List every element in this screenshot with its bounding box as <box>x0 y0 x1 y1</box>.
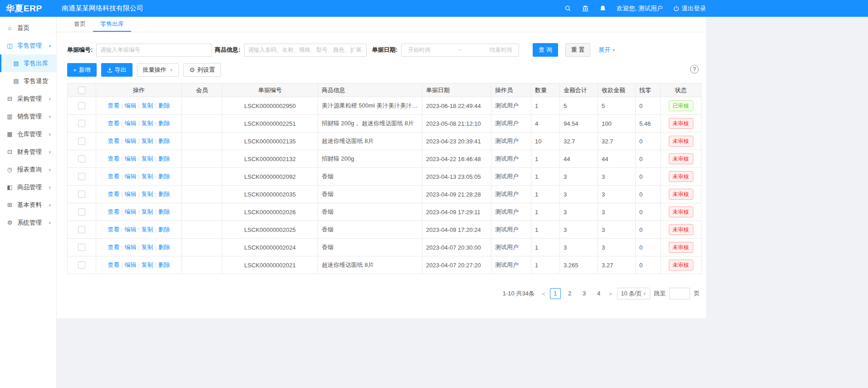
reset-button[interactable]: 重 置 <box>565 43 591 57</box>
view-link[interactable]: 查看 <box>108 120 119 127</box>
row-checkbox[interactable] <box>78 226 85 233</box>
search-button[interactable]: 查 询 <box>533 43 558 57</box>
expand-link[interactable]: 展开 ∨ <box>598 46 615 54</box>
view-link[interactable]: 查看 <box>108 208 119 215</box>
columns-button[interactable]: ⚙ 列设置 <box>183 63 221 77</box>
sidebar-item-retail[interactable]: ◫零售管理∧ <box>0 37 56 54</box>
sidebar-item-sales[interactable]: ▥销售管理∨ <box>0 108 56 125</box>
edit-link[interactable]: 编辑 <box>124 261 136 268</box>
batch-button[interactable]: 批量操作 ∨ <box>137 63 179 77</box>
copy-link[interactable]: 复制 <box>142 138 153 144</box>
delete-link[interactable]: 删除 <box>158 155 170 162</box>
row-checkbox[interactable] <box>78 138 85 145</box>
view-link[interactable]: 查看 <box>108 102 119 109</box>
view-link[interactable]: 查看 <box>108 191 119 197</box>
delete-link[interactable]: 删除 <box>158 120 170 127</box>
sidebar-item-basic[interactable]: ⊞基本资料∨ <box>0 196 56 214</box>
search-icon[interactable] <box>564 5 571 12</box>
edit-link[interactable]: 编辑 <box>124 138 136 144</box>
jump-input[interactable] <box>669 288 690 300</box>
delete-link[interactable]: 删除 <box>158 261 170 268</box>
row-checkbox[interactable] <box>78 208 85 216</box>
page-button-4[interactable]: 4 <box>593 288 604 299</box>
edit-link[interactable]: 编辑 <box>124 120 136 127</box>
next-page-button[interactable]: > <box>608 290 613 297</box>
export-button[interactable]: 导出 <box>101 63 132 77</box>
row-checkbox[interactable] <box>78 102 85 109</box>
row-checkbox[interactable] <box>78 155 85 162</box>
product-input[interactable] <box>244 44 367 57</box>
row-checkbox[interactable] <box>78 244 85 251</box>
sidebar-item-label: 财务管理 <box>17 148 42 156</box>
delete-link[interactable]: 删除 <box>158 102 170 109</box>
bell-icon[interactable] <box>599 5 606 12</box>
view-link[interactable]: 查看 <box>108 226 119 233</box>
sidebar-item-retail-return[interactable]: ▤零售退货 <box>0 72 56 90</box>
page-button-2[interactable]: 2 <box>564 288 575 299</box>
edit-link[interactable]: 编辑 <box>124 191 136 197</box>
edit-link[interactable]: 编辑 <box>124 173 136 180</box>
view-link[interactable]: 查看 <box>108 261 119 268</box>
date-range-picker[interactable]: 开始时间 ~ 结束时间 <box>401 44 519 57</box>
sidebar-item-finance[interactable]: ⊡财务管理∨ <box>0 143 56 161</box>
sidebar-item-purchase[interactable]: ⊟采购管理∨ <box>0 90 56 108</box>
page-button-3[interactable]: 3 <box>579 288 590 299</box>
delete-link[interactable]: 删除 <box>158 191 170 197</box>
edit-link[interactable]: 编辑 <box>124 226 136 233</box>
divider: | <box>121 103 123 109</box>
copy-link[interactable]: 复制 <box>142 261 153 268</box>
change-cell: 5.46 <box>636 115 661 133</box>
qty-cell: 1 <box>531 168 560 186</box>
copy-link[interactable]: 复制 <box>142 244 153 250</box>
bill-no-input[interactable] <box>96 44 212 57</box>
qty-cell: 4 <box>531 115 560 133</box>
view-link[interactable]: 查看 <box>108 138 119 144</box>
sidebar-item-report[interactable]: ◷报表查询∨ <box>0 161 56 178</box>
delete-link[interactable]: 删除 <box>158 173 170 180</box>
sidebar-item-system[interactable]: ⚙系统管理∨ <box>0 214 56 231</box>
edit-link[interactable]: 编辑 <box>124 244 136 250</box>
delete-link[interactable]: 删除 <box>158 244 170 250</box>
sidebar-item-goods[interactable]: ◧商品管理∨ <box>0 178 56 196</box>
sidebar-item-warehouse[interactable]: ▦仓库管理∨ <box>0 125 56 143</box>
copy-link[interactable]: 复制 <box>142 120 153 127</box>
view-link[interactable]: 查看 <box>108 155 119 162</box>
edit-link[interactable]: 编辑 <box>124 102 136 109</box>
copy-link[interactable]: 复制 <box>142 226 153 233</box>
copy-link[interactable]: 复制 <box>142 208 153 215</box>
edit-link[interactable]: 编辑 <box>124 155 136 162</box>
bank-icon[interactable] <box>582 5 589 12</box>
copy-link[interactable]: 复制 <box>142 155 153 162</box>
help-icon[interactable]: ? <box>690 65 699 74</box>
status-badge: 已审核 <box>669 100 693 111</box>
product-cell: 香烟 <box>318 168 422 186</box>
sidebar-item-retail-outbound[interactable]: ▤零售出库 <box>0 54 56 72</box>
operator-cell: 测试用户 <box>491 239 531 256</box>
prev-page-button[interactable]: < <box>541 290 546 297</box>
delete-link[interactable]: 删除 <box>158 208 170 215</box>
view-link[interactable]: 查看 <box>108 244 119 250</box>
tab-home[interactable]: 首页 <box>67 17 93 32</box>
page-button-1[interactable]: 1 <box>550 288 561 299</box>
row-checkbox[interactable] <box>78 191 85 198</box>
product-cell: 香烟 <box>318 239 422 256</box>
copy-link[interactable]: 复制 <box>142 173 153 180</box>
change-cell: 0 <box>636 256 661 274</box>
page-size-select[interactable]: 10 条/页 ∨ <box>617 288 650 300</box>
welcome-user[interactable]: 欢迎您, 测试用户 <box>617 5 663 13</box>
copy-link[interactable]: 复制 <box>142 102 153 109</box>
add-button[interactable]: + 新增 <box>67 63 97 77</box>
sidebar-item-home[interactable]: ⌂首页 <box>0 19 56 37</box>
row-checkbox[interactable] <box>78 261 85 269</box>
select-all-checkbox[interactable] <box>78 87 85 94</box>
tab-retail-outbound[interactable]: 零售出库 <box>93 17 131 32</box>
copy-link[interactable]: 复制 <box>142 191 153 197</box>
table-row: 查看|编辑|复制|删除LSCK00000002021超迷你维达面纸 8片2023… <box>68 256 701 274</box>
delete-link[interactable]: 删除 <box>158 226 170 233</box>
view-link[interactable]: 查看 <box>108 173 119 180</box>
row-checkbox[interactable] <box>78 120 85 127</box>
row-checkbox[interactable] <box>78 173 85 180</box>
delete-link[interactable]: 删除 <box>158 138 170 144</box>
edit-link[interactable]: 编辑 <box>124 208 136 215</box>
logout-button[interactable]: 退出登录 <box>673 5 706 13</box>
